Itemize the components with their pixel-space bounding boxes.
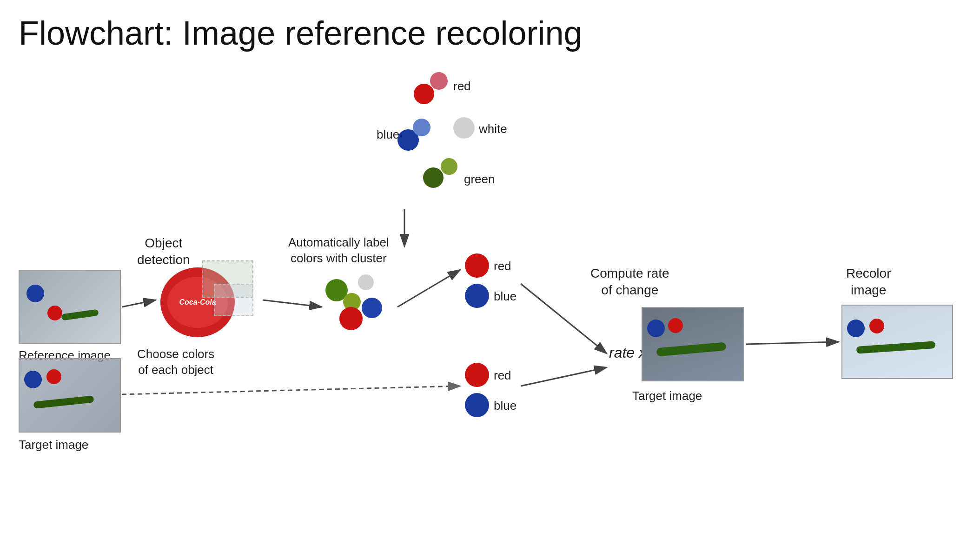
tgt-blue-label: blue	[494, 399, 516, 413]
detection-overlay-2	[214, 284, 253, 316]
target-mid-stripe	[656, 342, 727, 356]
blue-label-top: blue	[377, 127, 399, 142]
recolor-red	[869, 319, 884, 333]
top-red-dark	[414, 84, 434, 104]
white-label-top: white	[479, 122, 507, 136]
top-blue-light	[413, 119, 430, 136]
object-detection-area: Coca-Cola	[158, 258, 260, 344]
ref-red-label: red	[494, 259, 511, 273]
target-image-label-bottom: Target image	[19, 437, 88, 453]
target-image-label: Target image	[632, 388, 702, 404]
recolor-output-image	[841, 305, 953, 379]
cluster-blue-mid	[362, 298, 382, 318]
cluster-red-mid	[339, 307, 363, 330]
object-detection-label: Objectdetection	[137, 235, 190, 269]
cluster-white-mid	[358, 274, 374, 290]
green-label-top: green	[464, 172, 495, 187]
recolor-blue	[847, 320, 865, 337]
tgt-red-dot	[46, 369, 61, 384]
recolor-image-label: Recolorimage	[846, 265, 891, 299]
top-green-dark	[423, 167, 444, 188]
target-image-box	[19, 358, 121, 433]
ref-blue-label: blue	[494, 289, 516, 304]
svg-line-7	[521, 367, 607, 386]
svg-line-2	[122, 300, 156, 307]
reference-image-box	[19, 270, 121, 344]
top-red-light	[430, 72, 448, 90]
ref-green-stripe	[61, 309, 99, 321]
compute-rate-label: Compute rateof change	[590, 265, 669, 299]
svg-line-3	[263, 300, 322, 307]
ref-label-blue-dot	[465, 284, 489, 308]
tgt-label-red-dot	[465, 363, 489, 387]
target-image-mid	[642, 307, 744, 381]
top-green-light	[441, 158, 457, 175]
ref-label-red-dot	[465, 253, 489, 278]
top-white-dot	[453, 117, 475, 139]
tgt-stripe	[33, 395, 94, 409]
tgt-red-label: red	[494, 368, 511, 383]
svg-line-4	[397, 270, 460, 307]
red-label-top: red	[453, 79, 471, 93]
svg-line-10	[122, 386, 460, 394]
target-mid-red	[668, 318, 683, 333]
ref-blue-dot	[26, 285, 44, 302]
svg-line-9	[746, 342, 839, 344]
choose-colors-label: Choose colorsof each object	[137, 346, 214, 378]
recolor-stripe	[856, 341, 936, 354]
tgt-label-blue-dot	[465, 393, 489, 417]
ref-red-dot	[47, 306, 62, 320]
rate-x-label: rate x	[609, 344, 646, 361]
target-mid-blue	[647, 320, 665, 337]
page-title: Flowchart: Image reference recoloring	[19, 14, 583, 52]
tgt-blue-dot	[24, 371, 42, 388]
auto-label-label: Automatically labelcolors with cluster	[288, 235, 389, 266]
